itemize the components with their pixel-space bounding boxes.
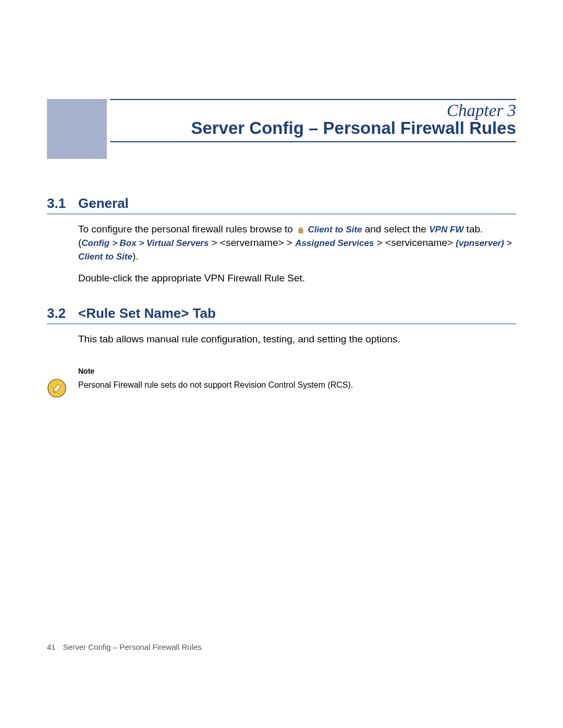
note-icon xyxy=(47,378,67,398)
footer-title: Server Config – Personal Firewall Rules xyxy=(63,643,202,651)
breadcrumb-separator: > xyxy=(504,238,512,248)
breadcrumb-link: Config xyxy=(81,238,109,248)
section-rule-set-tab: 3.2 <Rule Set Name> Tab This tab allows … xyxy=(47,305,516,346)
chapter-label: Chapter 3 xyxy=(110,101,516,120)
breadcrumb-separator: > xyxy=(137,238,146,248)
section-title: <Rule Set Name> Tab xyxy=(78,305,216,322)
breadcrumb-link: VPN FW xyxy=(429,225,463,235)
note-icon-column xyxy=(47,367,78,400)
text: To configure the personal firewall rules… xyxy=(78,224,296,235)
section-body: This tab allows manual rule configuratio… xyxy=(47,332,516,346)
svg-rect-0 xyxy=(299,229,303,233)
section-general: 3.1 General To configure the personal fi… xyxy=(47,195,516,285)
section-number: 3.2 xyxy=(47,305,78,322)
lock-icon xyxy=(298,226,304,233)
chapter-rule-top xyxy=(110,99,516,100)
breadcrumb-plain: > <servername> > xyxy=(209,237,295,248)
note-block: Note Personal Firewall rule sets do not … xyxy=(47,367,516,400)
paragraph: To configure the personal firewall rules… xyxy=(78,223,516,263)
text: ). xyxy=(132,251,139,262)
chapter-header: Chapter 3 Server Config – Personal Firew… xyxy=(47,99,516,159)
paragraph: This tab allows manual rule configuratio… xyxy=(78,332,516,346)
chapter-title-block: Chapter 3 Server Config – Personal Firew… xyxy=(107,99,516,159)
breadcrumb-link: Assigned Services xyxy=(295,238,374,248)
chapter-square-decoration xyxy=(47,99,107,159)
chapter-rule-bottom xyxy=(110,141,516,142)
breadcrumb-plain: > <servicename> xyxy=(374,237,456,248)
breadcrumb-link: Client to Site xyxy=(308,225,362,235)
section-number: 3.1 xyxy=(47,195,78,212)
document-page: Chapter 3 Server Config – Personal Firew… xyxy=(0,0,563,667)
breadcrumb-link: (vpnserver) xyxy=(456,238,504,248)
paragraph: Double-click the appropriate VPN Firewal… xyxy=(78,272,516,285)
page-footer: 41 Server Config – Personal Firewall Rul… xyxy=(47,643,516,651)
breadcrumb-separator: > xyxy=(109,238,119,248)
note-content: Note Personal Firewall rule sets do not … xyxy=(78,367,516,400)
breadcrumb-link: Client to Site xyxy=(78,252,132,262)
section-heading: 3.2 <Rule Set Name> Tab xyxy=(47,305,516,324)
section-body: To configure the personal firewall rules… xyxy=(47,223,516,285)
section-title: General xyxy=(78,195,129,212)
breadcrumb-link: Virtual Servers xyxy=(146,238,209,248)
page-number: 41 xyxy=(47,643,56,651)
text: and select the xyxy=(365,224,430,235)
breadcrumb-link: Box xyxy=(120,238,137,248)
note-text: Personal Firewall rule sets do not suppo… xyxy=(78,380,516,390)
note-label: Note xyxy=(78,367,516,375)
section-heading: 3.1 General xyxy=(47,195,516,214)
chapter-title: Server Config – Personal Firewall Rules xyxy=(110,118,516,138)
